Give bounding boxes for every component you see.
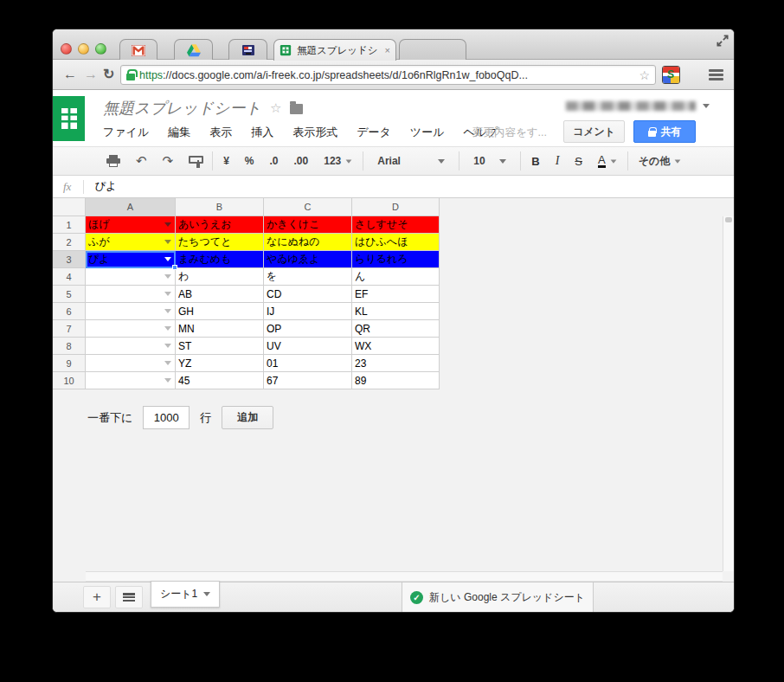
- menu-edit[interactable]: 編集: [168, 125, 190, 140]
- tab-close-icon[interactable]: ×: [383, 45, 390, 55]
- print-icon[interactable]: [106, 155, 120, 167]
- column-header-c[interactable]: C: [264, 198, 352, 216]
- row-header[interactable]: 4: [53, 268, 86, 286]
- star-document-icon[interactable]: ☆: [270, 100, 281, 116]
- cell-c10[interactable]: 67: [264, 372, 352, 389]
- dropdown-arrow-icon[interactable]: [164, 326, 171, 331]
- increase-decimal-button[interactable]: .00: [294, 155, 309, 167]
- move-to-folder-icon[interactable]: [290, 104, 303, 114]
- address-bar[interactable]: https://docs.google.com/a/i-freek.co.jp/…: [120, 65, 656, 85]
- add-rows-count-input[interactable]: [143, 406, 190, 429]
- cell-a3-selected[interactable]: ぴよ: [86, 251, 176, 268]
- cell-d9[interactable]: 23: [352, 355, 440, 372]
- cell-a2[interactable]: ふが: [86, 234, 176, 251]
- cell-a6[interactable]: [86, 303, 176, 320]
- add-rows-button[interactable]: 追加: [222, 406, 273, 429]
- chrome-menu-icon[interactable]: [709, 69, 723, 82]
- row-header[interactable]: 9: [53, 355, 86, 372]
- bold-button[interactable]: B: [531, 155, 539, 168]
- fullscreen-icon[interactable]: [715, 33, 730, 48]
- format-currency-button[interactable]: ¥: [223, 155, 229, 167]
- minimize-window-button[interactable]: [78, 43, 89, 55]
- cell-b3[interactable]: まみむめも: [176, 251, 264, 268]
- cell-a7[interactable]: [86, 320, 176, 338]
- cell-a4[interactable]: [86, 268, 176, 286]
- column-header-a[interactable]: A: [86, 198, 176, 216]
- cell-b4[interactable]: わ: [176, 268, 264, 286]
- undo-icon[interactable]: ↶: [136, 154, 147, 168]
- more-tools-button[interactable]: その他: [639, 154, 682, 169]
- extension-icon[interactable]: S: [662, 66, 680, 84]
- strikethrough-button[interactable]: S: [575, 155, 582, 168]
- close-window-button[interactable]: [61, 43, 72, 55]
- cell-b10[interactable]: 45: [176, 372, 264, 389]
- cell-d2[interactable]: はひふへほ: [352, 234, 440, 251]
- cell-c6[interactable]: IJ: [264, 303, 352, 320]
- cell-d10[interactable]: 89: [352, 372, 440, 389]
- cell-b8[interactable]: ST: [176, 338, 264, 355]
- menu-insert[interactable]: 挿入: [251, 125, 273, 140]
- row-header[interactable]: 5: [53, 286, 86, 303]
- dropdown-arrow-icon[interactable]: [164, 361, 171, 365]
- menu-file[interactable]: ファイル: [103, 125, 149, 140]
- row-header[interactable]: 2: [53, 234, 86, 251]
- reload-button[interactable]: ↻: [103, 65, 114, 84]
- sheet-menu-icon[interactable]: [203, 592, 210, 596]
- cell-d5[interactable]: EF: [352, 286, 440, 303]
- menu-tools[interactable]: ツール: [410, 125, 445, 140]
- url-text[interactable]: https://docs.google.com/a/i-freek.co.jp/…: [139, 69, 635, 81]
- cell-a5[interactable]: [86, 286, 176, 303]
- menu-data[interactable]: データ: [357, 125, 391, 140]
- document-title[interactable]: 無題スプレッドシート: [103, 98, 261, 119]
- dropdown-arrow-icon[interactable]: [164, 344, 171, 348]
- back-button[interactable]: ←: [63, 65, 77, 84]
- row-header[interactable]: 1: [53, 216, 86, 234]
- cell-b9[interactable]: YZ: [176, 355, 264, 372]
- menu-format[interactable]: 表示形式: [292, 125, 337, 140]
- account-dropdown-icon[interactable]: [703, 104, 710, 108]
- cell-c2[interactable]: なにぬねの: [264, 234, 352, 251]
- cell-b7[interactable]: MN: [176, 320, 264, 338]
- dropdown-arrow-icon[interactable]: [164, 222, 171, 227]
- forward-button[interactable]: →: [84, 65, 98, 84]
- cell-b2[interactable]: たちつてと: [176, 234, 264, 251]
- cell-d6[interactable]: KL: [352, 303, 440, 320]
- cell-a9[interactable]: [86, 355, 176, 372]
- corner-cell[interactable]: [53, 198, 86, 216]
- column-header-b[interactable]: B: [176, 198, 264, 216]
- font-family-select[interactable]: Arial: [374, 155, 448, 167]
- row-header[interactable]: 6: [53, 303, 86, 320]
- share-button[interactable]: 共有: [633, 120, 696, 143]
- zoom-window-button[interactable]: [95, 43, 106, 55]
- paint-format-icon[interactable]: [189, 155, 202, 168]
- cell-c8[interactable]: UV: [264, 338, 352, 355]
- new-sheets-promo[interactable]: ✓ 新しい Google スプレッドシート: [402, 582, 594, 612]
- ssl-lock-icon[interactable]: [126, 69, 135, 80]
- dropdown-arrow-icon[interactable]: [164, 378, 171, 383]
- cell-d1[interactable]: さしすせそ: [352, 216, 440, 234]
- cell-c7[interactable]: OP: [264, 320, 352, 338]
- cell-c4[interactable]: を: [264, 268, 352, 286]
- dropdown-arrow-icon[interactable]: [164, 240, 171, 244]
- redo-icon[interactable]: ↷: [163, 154, 174, 168]
- formula-value[interactable]: ぴよ: [94, 179, 117, 194]
- cell-c1[interactable]: かきくけこ: [264, 216, 352, 234]
- italic-button[interactable]: I: [556, 154, 560, 168]
- dropdown-arrow-icon[interactable]: [164, 292, 171, 296]
- cell-d3[interactable]: らりるれろ: [352, 251, 440, 268]
- column-header-d[interactable]: D: [352, 198, 440, 216]
- row-header[interactable]: 7: [53, 320, 86, 338]
- row-header[interactable]: 3: [53, 251, 86, 268]
- more-formats-button[interactable]: 123: [324, 155, 352, 167]
- text-color-button[interactable]: A: [598, 154, 617, 168]
- dropdown-arrow-icon[interactable]: [164, 257, 171, 261]
- cell-b5[interactable]: AB: [176, 286, 264, 303]
- font-size-select[interactable]: 10: [470, 155, 510, 167]
- bookmark-star-icon[interactable]: ☆: [639, 68, 650, 82]
- save-status-text[interactable]: 変更内容をす...: [472, 125, 547, 140]
- tab-gmail[interactable]: [119, 39, 157, 61]
- cell-b6[interactable]: GH: [176, 303, 264, 320]
- cell-c3[interactable]: やゐゆゑよ: [264, 251, 352, 268]
- vertical-scrollbar[interactable]: [723, 216, 734, 571]
- comment-button[interactable]: コメント: [563, 120, 625, 143]
